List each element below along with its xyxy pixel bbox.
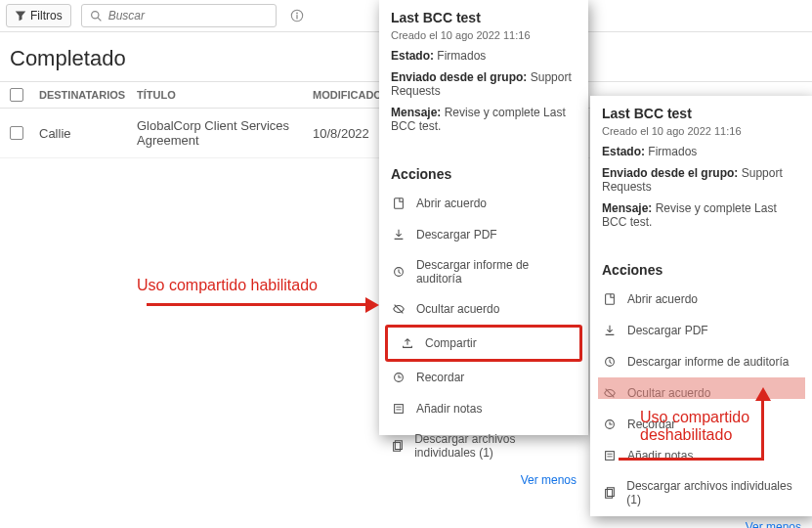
panel2-estado-val: Firmados (648, 145, 697, 158)
action-descargar-informe[interactable]: Descargar informe de auditoría (379, 250, 588, 293)
download-icon (391, 227, 406, 242)
info-icon[interactable] (290, 9, 304, 22)
panel1-mensaje-label: Mensaje: (391, 106, 441, 119)
action-abrir-acuerdo-2[interactable]: Abrir acuerdo (590, 284, 812, 315)
arrow-head-disabled (755, 387, 771, 401)
search-icon (90, 10, 103, 22)
action-descargar-individuales[interactable]: Descargar archivos individuales (1) (379, 424, 588, 467)
svg-rect-5 (395, 198, 404, 209)
annotation-enabled: Uso compartido habilitado (137, 277, 318, 294)
action-descargar-pdf[interactable]: Descargar PDF (379, 219, 588, 250)
svg-rect-14 (606, 294, 615, 305)
note-icon (602, 448, 618, 463)
clock-icon (391, 370, 406, 385)
action-descargar-informe-2[interactable]: Descargar informe de auditoría (590, 346, 812, 377)
arrow-enabled (147, 303, 365, 306)
panel1-created: Creado el 10 ago 2022 11:16 (391, 29, 577, 41)
action-descargar-pdf-2[interactable]: Descargar PDF (590, 315, 812, 346)
action-compartir[interactable]: Compartir (385, 325, 582, 362)
panel2-grupo-label: Enviado desde el grupo: (602, 166, 738, 180)
panel1-grupo-label: Enviado desde el grupo: (391, 70, 527, 84)
svg-rect-9 (395, 405, 404, 414)
note-icon (391, 401, 406, 417)
svg-line-1 (98, 18, 101, 21)
panel2-estado-label: Estado: (602, 145, 645, 158)
disabled-overlay (598, 377, 805, 399)
action-anadir-notas[interactable]: Añadir notas (379, 393, 588, 424)
arrow-disabled-h (619, 458, 764, 461)
panel1-title: Last BCC test (391, 10, 577, 25)
panel1-estado-label: Estado: (391, 49, 434, 63)
panel1-estado-val: Firmados (437, 49, 486, 63)
search-box[interactable] (81, 4, 277, 27)
select-all-checkbox[interactable] (10, 88, 23, 102)
row-checkbox[interactable] (10, 126, 23, 140)
audit-icon (391, 264, 406, 280)
arrow-disabled-v (761, 399, 764, 460)
hide-icon (391, 301, 406, 317)
annotation-disabled: Uso compartido deshabilitado (640, 409, 749, 443)
detail-panel-disabled: Last BCC test Creado el 10 ago 2022 11:1… (590, 96, 812, 516)
audit-icon (602, 354, 618, 370)
action-abrir-acuerdo[interactable]: Abrir acuerdo (379, 188, 588, 219)
share-icon (400, 335, 415, 351)
files-icon (391, 438, 405, 454)
ver-menos-link[interactable]: Ver menos (379, 467, 588, 493)
arrow-head-enabled (365, 297, 379, 313)
svg-point-0 (91, 11, 98, 18)
panel2-title: Last BCC test (602, 106, 801, 121)
filters-label: Filtros (30, 9, 63, 22)
panel2-section-acciones: Acciones (590, 244, 812, 284)
panel2-created: Creado el 10 ago 2022 11:16 (602, 125, 801, 137)
filter-icon (15, 10, 26, 22)
download-icon (602, 323, 618, 338)
svg-rect-18 (606, 452, 615, 461)
svg-point-3 (296, 13, 298, 15)
panel2-mensaje-label: Mensaje: (602, 201, 652, 215)
detail-panel-enabled: Last BCC test Creado el 10 ago 2022 11:1… (379, 0, 588, 435)
document-icon (391, 196, 406, 211)
row-dest: Callie (39, 126, 137, 141)
action-anadir-notas-2[interactable]: Añadir notas (590, 440, 812, 471)
search-input[interactable] (108, 9, 268, 22)
filters-button[interactable]: Filtros (6, 4, 71, 27)
ver-menos-link-2[interactable]: Ver menos (590, 514, 812, 528)
document-icon (602, 291, 618, 307)
clock-icon (602, 417, 618, 432)
files-icon (602, 485, 617, 501)
action-descargar-individuales-2[interactable]: Descargar archivos individuales (1) (590, 471, 812, 514)
col-titulo[interactable]: TÍTULO (137, 89, 313, 101)
action-ocultar-acuerdo[interactable]: Ocultar acuerdo (379, 293, 588, 325)
col-destinatarios[interactable]: DESTINATARIOS (39, 89, 137, 101)
svg-rect-4 (296, 15, 297, 19)
action-recordar[interactable]: Recordar (379, 362, 588, 393)
panel1-section-acciones: Acciones (379, 149, 588, 188)
row-titulo: GlobalCorp Client Services Agreement (137, 118, 313, 148)
